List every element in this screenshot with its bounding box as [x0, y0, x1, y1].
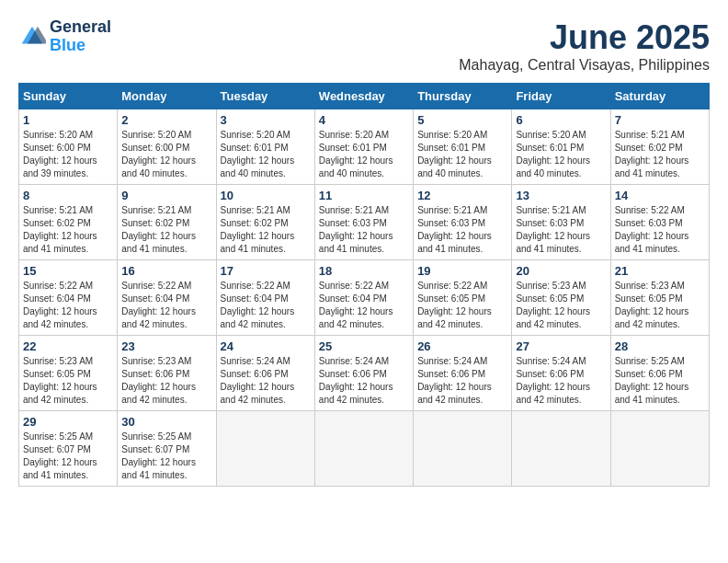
day-info: Sunrise: 5:21 AM Sunset: 6:02 PM Dayligh… [615, 129, 705, 180]
table-row: 18 Sunrise: 5:22 AM Sunset: 6:04 PM Dayl… [314, 260, 413, 336]
title-section: June 2025 Mahayag, Central Visayas, Phil… [459, 18, 710, 74]
calendar-header-row: Sunday Monday Tuesday Wednesday Thursday… [19, 84, 710, 109]
day-info: Sunrise: 5:23 AM Sunset: 6:05 PM Dayligh… [23, 355, 113, 407]
day-number: 25 [319, 339, 409, 353]
col-monday: Monday [118, 84, 216, 109]
day-info: Sunrise: 5:22 AM Sunset: 6:04 PM Dayligh… [221, 280, 311, 331]
day-info: Sunrise: 5:24 AM Sunset: 6:06 PM Dayligh… [417, 355, 507, 407]
col-friday: Friday [512, 84, 610, 109]
table-row: 13 Sunrise: 5:21 AM Sunset: 6:03 PM Dayl… [512, 185, 610, 260]
day-number: 24 [221, 339, 311, 353]
table-row: 11 Sunrise: 5:21 AM Sunset: 6:03 PM Dayl… [314, 185, 413, 260]
table-row: 3 Sunrise: 5:20 AM Sunset: 6:01 PM Dayli… [216, 109, 314, 185]
table-row: 21 Sunrise: 5:23 AM Sunset: 6:05 PM Dayl… [610, 260, 709, 336]
col-sunday: Sunday [19, 84, 118, 109]
day-info: Sunrise: 5:24 AM Sunset: 6:06 PM Dayligh… [516, 355, 606, 407]
day-number: 2 [121, 113, 211, 127]
day-info: Sunrise: 5:25 AM Sunset: 6:07 PM Dayligh… [23, 431, 113, 482]
calendar-week-row: 15 Sunrise: 5:22 AM Sunset: 6:04 PM Dayl… [19, 260, 710, 336]
day-number: 18 [319, 264, 409, 278]
table-row: 24 Sunrise: 5:24 AM Sunset: 6:06 PM Dayl… [216, 336, 314, 411]
day-number: 23 [121, 339, 211, 353]
table-row: 26 Sunrise: 5:24 AM Sunset: 6:06 PM Dayl… [414, 336, 512, 411]
day-number: 1 [23, 113, 113, 127]
day-number: 28 [615, 339, 705, 353]
day-info: Sunrise: 5:21 AM Sunset: 6:02 PM Dayligh… [23, 204, 113, 256]
day-info: Sunrise: 5:23 AM Sunset: 6:05 PM Dayligh… [516, 280, 606, 331]
table-row: 9 Sunrise: 5:21 AM Sunset: 6:02 PM Dayli… [118, 185, 216, 260]
table-row: 12 Sunrise: 5:21 AM Sunset: 6:03 PM Dayl… [414, 185, 512, 260]
day-info: Sunrise: 5:24 AM Sunset: 6:06 PM Dayligh… [221, 355, 311, 407]
table-row: 23 Sunrise: 5:23 AM Sunset: 6:06 PM Dayl… [118, 336, 216, 411]
day-info: Sunrise: 5:25 AM Sunset: 6:06 PM Dayligh… [615, 355, 705, 407]
calendar-week-row: 8 Sunrise: 5:21 AM Sunset: 6:02 PM Dayli… [19, 185, 710, 260]
day-info: Sunrise: 5:21 AM Sunset: 6:02 PM Dayligh… [221, 204, 311, 256]
day-info: Sunrise: 5:23 AM Sunset: 6:05 PM Dayligh… [615, 280, 705, 331]
day-number: 6 [516, 113, 606, 127]
header: General Blue June 2025 Mahayag, Central … [18, 18, 710, 74]
day-number: 10 [221, 189, 311, 202]
day-number: 27 [516, 339, 606, 353]
day-info: Sunrise: 5:20 AM Sunset: 6:01 PM Dayligh… [516, 129, 606, 180]
day-number: 15 [23, 264, 113, 278]
day-number: 16 [121, 264, 211, 278]
table-row: 22 Sunrise: 5:23 AM Sunset: 6:05 PM Dayl… [19, 336, 118, 411]
table-row: 6 Sunrise: 5:20 AM Sunset: 6:01 PM Dayli… [512, 109, 610, 185]
day-info: Sunrise: 5:21 AM Sunset: 6:03 PM Dayligh… [516, 204, 606, 256]
day-number: 19 [417, 264, 507, 278]
day-info: Sunrise: 5:21 AM Sunset: 6:03 PM Dayligh… [417, 204, 507, 256]
day-info: Sunrise: 5:22 AM Sunset: 6:03 PM Dayligh… [615, 204, 705, 256]
table-row [414, 411, 512, 487]
col-saturday: Saturday [610, 84, 709, 109]
calendar-week-row: 22 Sunrise: 5:23 AM Sunset: 6:05 PM Dayl… [19, 336, 710, 411]
day-number: 30 [121, 415, 211, 429]
day-info: Sunrise: 5:21 AM Sunset: 6:02 PM Dayligh… [121, 204, 211, 256]
table-row [512, 411, 610, 487]
day-info: Sunrise: 5:20 AM Sunset: 6:01 PM Dayligh… [417, 129, 507, 180]
day-info: Sunrise: 5:22 AM Sunset: 6:04 PM Dayligh… [23, 280, 113, 331]
table-row: 20 Sunrise: 5:23 AM Sunset: 6:05 PM Dayl… [512, 260, 610, 336]
day-number: 9 [121, 189, 211, 202]
page-container: General Blue June 2025 Mahayag, Central … [18, 18, 710, 487]
calendar-table: Sunday Monday Tuesday Wednesday Thursday… [18, 83, 710, 487]
day-info: Sunrise: 5:22 AM Sunset: 6:04 PM Dayligh… [121, 280, 211, 331]
table-row: 30 Sunrise: 5:25 AM Sunset: 6:07 PM Dayl… [118, 411, 216, 487]
day-number: 5 [417, 113, 507, 127]
col-thursday: Thursday [414, 84, 512, 109]
day-number: 14 [615, 189, 705, 202]
table-row: 4 Sunrise: 5:20 AM Sunset: 6:01 PM Dayli… [314, 109, 413, 185]
table-row [216, 411, 314, 487]
table-row: 19 Sunrise: 5:22 AM Sunset: 6:05 PM Dayl… [414, 260, 512, 336]
day-number: 26 [417, 339, 507, 353]
day-info: Sunrise: 5:23 AM Sunset: 6:06 PM Dayligh… [121, 355, 211, 407]
day-info: Sunrise: 5:24 AM Sunset: 6:06 PM Dayligh… [319, 355, 409, 407]
day-info: Sunrise: 5:20 AM Sunset: 6:01 PM Dayligh… [221, 129, 311, 180]
day-number: 4 [319, 113, 409, 127]
table-row: 5 Sunrise: 5:20 AM Sunset: 6:01 PM Dayli… [414, 109, 512, 185]
day-info: Sunrise: 5:20 AM Sunset: 6:00 PM Dayligh… [121, 129, 211, 180]
day-number: 3 [221, 113, 311, 127]
col-wednesday: Wednesday [314, 84, 413, 109]
location-title: Mahayag, Central Visayas, Philippines [459, 57, 710, 74]
table-row: 7 Sunrise: 5:21 AM Sunset: 6:02 PM Dayli… [610, 109, 709, 185]
day-number: 12 [417, 189, 507, 202]
day-info: Sunrise: 5:21 AM Sunset: 6:03 PM Dayligh… [319, 204, 409, 256]
table-row: 25 Sunrise: 5:24 AM Sunset: 6:06 PM Dayl… [314, 336, 413, 411]
day-info: Sunrise: 5:20 AM Sunset: 6:01 PM Dayligh… [319, 129, 409, 180]
day-number: 21 [615, 264, 705, 278]
table-row: 27 Sunrise: 5:24 AM Sunset: 6:06 PM Dayl… [512, 336, 610, 411]
col-tuesday: Tuesday [216, 84, 314, 109]
table-row: 17 Sunrise: 5:22 AM Sunset: 6:04 PM Dayl… [216, 260, 314, 336]
month-title: June 2025 [459, 18, 710, 57]
day-number: 20 [516, 264, 606, 278]
table-row: 15 Sunrise: 5:22 AM Sunset: 6:04 PM Dayl… [19, 260, 118, 336]
day-number: 29 [23, 415, 113, 429]
table-row: 1 Sunrise: 5:20 AM Sunset: 6:00 PM Dayli… [19, 109, 118, 185]
calendar-week-row: 1 Sunrise: 5:20 AM Sunset: 6:00 PM Dayli… [19, 109, 710, 185]
table-row [314, 411, 413, 487]
logo-icon [18, 23, 46, 51]
day-info: Sunrise: 5:25 AM Sunset: 6:07 PM Dayligh… [121, 431, 211, 482]
table-row [610, 411, 709, 487]
day-number: 11 [319, 189, 409, 202]
table-row: 10 Sunrise: 5:21 AM Sunset: 6:02 PM Dayl… [216, 185, 314, 260]
